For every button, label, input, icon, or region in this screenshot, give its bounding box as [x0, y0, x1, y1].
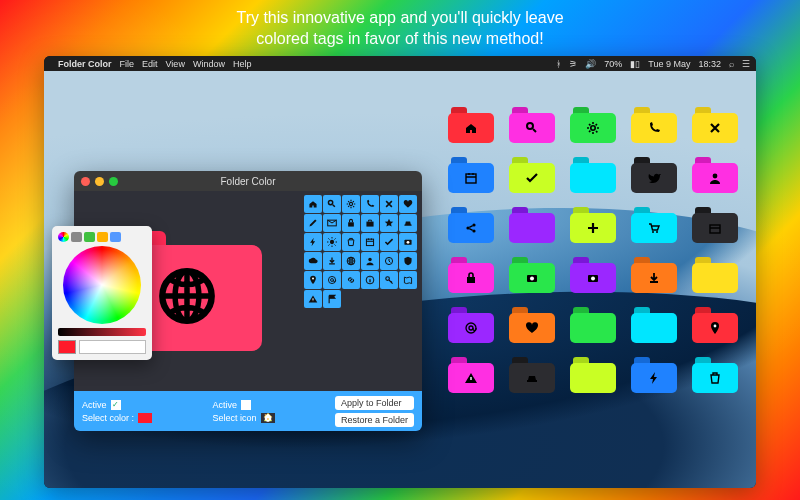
icon-option-home[interactable]: [304, 195, 322, 213]
desktop-wallpaper: Folder Color Active: [44, 71, 756, 488]
battery-icon[interactable]: ▮▯: [630, 59, 640, 69]
icon-option-calendar[interactable]: [361, 233, 379, 251]
selected-icon-swatch[interactable]: [261, 413, 275, 423]
color-picker-panel[interactable]: [52, 226, 152, 360]
user-icon: [692, 163, 738, 193]
volume-icon[interactable]: 🔊: [585, 59, 596, 69]
icon-option-globe[interactable]: [342, 252, 360, 270]
picker-tabs[interactable]: [58, 232, 146, 242]
icon-option-pin[interactable]: [304, 271, 322, 289]
desktop-folder-close[interactable]: [692, 107, 738, 143]
icon-option-sun[interactable]: [323, 233, 341, 251]
notifications-icon[interactable]: ☰: [742, 59, 750, 69]
desktop-folder-check[interactable]: [509, 157, 555, 193]
active-icon-checkbox[interactable]: ✓: [241, 400, 251, 410]
icon-option-phone[interactable]: [361, 195, 379, 213]
desktop-folder-blank[interactable]: [509, 207, 555, 243]
picker-swatches[interactable]: [79, 340, 146, 354]
app-footer: Active ✓ Select color : Active ✓ S: [74, 391, 422, 431]
desktop-folder-user[interactable]: [692, 157, 738, 193]
menu-edit[interactable]: Edit: [142, 59, 158, 69]
desktop-folder-calendar[interactable]: [448, 157, 494, 193]
icon-option-pencil[interactable]: [304, 214, 322, 232]
blank-icon: [570, 163, 616, 193]
spotlight-icon[interactable]: ⌕: [729, 59, 734, 69]
icon-option-shield[interactable]: [399, 252, 417, 270]
icon-option-car[interactable]: [399, 214, 417, 232]
desktop-folder-twitter[interactable]: [631, 157, 677, 193]
plus-icon: [570, 213, 616, 243]
icon-option-mail[interactable]: [323, 214, 341, 232]
icon-option-clock[interactable]: [380, 252, 398, 270]
menu-file[interactable]: File: [120, 59, 135, 69]
desktop-folder-bolt[interactable]: [631, 357, 677, 393]
desktop-folder-blank[interactable]: [692, 257, 738, 293]
icon-option-info[interactable]: [361, 271, 379, 289]
desktop-folder-lock[interactable]: [448, 257, 494, 293]
menu-view[interactable]: View: [166, 59, 185, 69]
icon-option-lock[interactable]: [342, 214, 360, 232]
desktop-folder-camera[interactable]: [509, 257, 555, 293]
at-icon: [448, 313, 494, 343]
desktop-folder-at[interactable]: [448, 307, 494, 343]
icon-option-gear[interactable]: [342, 195, 360, 213]
icon-option-trash[interactable]: [342, 233, 360, 251]
icon-option-map[interactable]: [399, 271, 417, 289]
desktop-folder-blank[interactable]: [570, 307, 616, 343]
warn-icon: [448, 363, 494, 393]
desktop-folder-cart[interactable]: [631, 207, 677, 243]
icon-option-camera[interactable]: [399, 233, 417, 251]
icon-option-close[interactable]: [380, 195, 398, 213]
desktop-folder-camera[interactable]: [570, 257, 616, 293]
calendar-icon: [448, 163, 494, 193]
desktop-folder-pin[interactable]: [692, 307, 738, 343]
icon-option-download[interactable]: [323, 252, 341, 270]
blank-icon: [570, 313, 616, 343]
desktop-folder-trash[interactable]: [692, 357, 738, 393]
desktop-folder-car[interactable]: [509, 357, 555, 393]
icon-option-key[interactable]: [380, 271, 398, 289]
desktop-folder-share[interactable]: [448, 207, 494, 243]
desktop-folder-heart[interactable]: [509, 307, 555, 343]
icon-option-search[interactable]: [323, 195, 341, 213]
icon-option-warn[interactable]: [304, 290, 322, 308]
menu-window[interactable]: Window: [193, 59, 225, 69]
app-titlebar[interactable]: Folder Color: [74, 171, 422, 191]
selected-color-swatch[interactable]: [138, 413, 152, 423]
gear-icon: [570, 113, 616, 143]
desktop-folder-blank[interactable]: [570, 357, 616, 393]
color-wheel[interactable]: [63, 246, 141, 324]
icon-option-check[interactable]: [380, 233, 398, 251]
home-icon: [448, 113, 494, 143]
desktop-folder-plus[interactable]: [570, 207, 616, 243]
desktop-folder-blank[interactable]: [570, 157, 616, 193]
desktop-folder-home[interactable]: [448, 107, 494, 143]
apply-to-folder-button[interactable]: Apply to Folder: [335, 396, 414, 410]
restore-folder-button[interactable]: Restore a Folder: [335, 413, 414, 427]
icon-option-heart[interactable]: [399, 195, 417, 213]
desktop-folder-gear[interactable]: [570, 107, 616, 143]
desktop-folder-phone[interactable]: [631, 107, 677, 143]
desktop-folder-box[interactable]: [692, 207, 738, 243]
icon-option-briefcase[interactable]: [361, 214, 379, 232]
icon-option-star[interactable]: [380, 214, 398, 232]
wifi-icon[interactable]: ⚞: [569, 59, 577, 69]
active-color-checkbox[interactable]: ✓: [111, 400, 121, 410]
desktop-folder-warn[interactable]: [448, 357, 494, 393]
desktop-folder-search[interactable]: [509, 107, 555, 143]
desktop-folder-download[interactable]: [631, 257, 677, 293]
icon-option-flag[interactable]: [323, 290, 341, 308]
icon-option-at[interactable]: [323, 271, 341, 289]
car-icon: [509, 363, 555, 393]
bluetooth-icon[interactable]: ᚼ: [556, 59, 561, 69]
brightness-slider[interactable]: [58, 328, 146, 336]
select-icon-label: Select icon: [212, 413, 256, 423]
menubar-app-name[interactable]: Folder Color: [58, 59, 112, 69]
menu-help[interactable]: Help: [233, 59, 252, 69]
desktop-folder-blank[interactable]: [631, 307, 677, 343]
icon-option-user[interactable]: [361, 252, 379, 270]
icon-option-bolt[interactable]: [304, 233, 322, 251]
pin-icon: [692, 313, 738, 343]
icon-option-link[interactable]: [342, 271, 360, 289]
icon-option-cloud[interactable]: [304, 252, 322, 270]
